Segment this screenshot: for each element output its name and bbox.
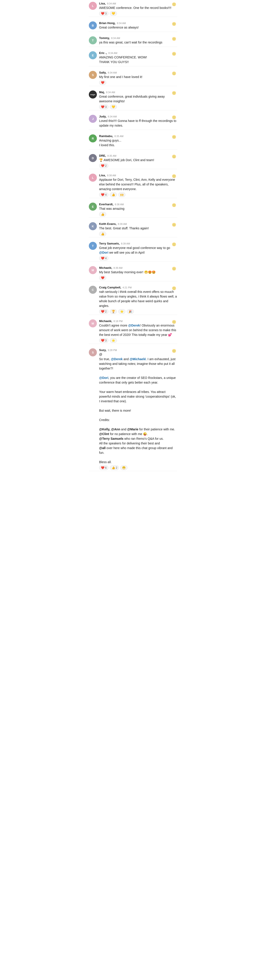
- avatar: R: [89, 134, 97, 142]
- reaction-item[interactable]: 💛: [110, 11, 117, 16]
- message-container: R Rambabu, 8:35 AM Amazing guys...I love…: [86, 133, 180, 152]
- message-content: Terry Samuels, 8:39 AM Great job everyon…: [99, 242, 177, 261]
- sender-name: Rambabu,: [99, 134, 113, 138]
- add-reaction-button[interactable]: 🙂: [171, 320, 177, 325]
- reaction-emoji: ❤️: [101, 12, 104, 15]
- add-reaction-button[interactable]: 🙂: [171, 203, 177, 208]
- reaction-item[interactable]: ❤️ 3: [99, 105, 109, 109]
- avatar: K: [89, 222, 97, 230]
- add-reaction-button[interactable]: 🙂: [171, 115, 177, 120]
- reaction-count: 2: [105, 164, 107, 167]
- add-reaction-button[interactable]: 🙂: [171, 91, 177, 95]
- reaction-item[interactable]: 😁: [120, 465, 127, 470]
- sender-name: Everhardt,: [99, 203, 113, 206]
- message-row: E Everhardt, 8:38 AM That was amazing 👍 …: [89, 203, 177, 216]
- add-reaction-button[interactable]: 🙂: [171, 266, 177, 271]
- message-container: D DRE, 8:35 AM 🏆 AWESOME job Dori, Clint…: [86, 152, 180, 172]
- reactions: ❤️: [99, 80, 177, 85]
- message-header: Michaelé, 8:18 PM: [99, 320, 177, 323]
- reaction-count: 3: [105, 339, 107, 342]
- reaction-item[interactable]: 👍: [99, 212, 106, 216]
- sender-name: Maj,: [99, 91, 105, 94]
- sender-name: Keith Evans,: [99, 222, 117, 226]
- reaction-count: 2: [116, 466, 117, 469]
- sender-name: Eric .,: [99, 51, 107, 55]
- timestamp: 8:39 AM: [118, 223, 127, 225]
- reaction-item[interactable]: ⭐: [118, 309, 125, 314]
- message-text: ya this was great, can't wait for the re…: [99, 40, 177, 45]
- sender-name: Michaelé,: [99, 320, 112, 323]
- message-content: Judy, 8:34 AM Loved this!!!! Gonna have …: [99, 115, 177, 129]
- reaction-item[interactable]: ❤️ 4: [99, 192, 109, 197]
- reactions: ❤️ 4: [99, 256, 177, 261]
- avatar: M: [89, 266, 97, 274]
- sender-name: Tommy,: [99, 36, 110, 40]
- add-reaction-button[interactable]: 🙂: [171, 71, 177, 76]
- message-container: magic Maj, 8:34 AM Great conference, gre…: [86, 89, 180, 113]
- timestamp: 8:18 PM: [114, 320, 123, 323]
- reaction-item[interactable]: ❤️ 4: [99, 256, 109, 261]
- bold-text: @Clint: [99, 432, 109, 436]
- add-reaction-button[interactable]: 🙂: [171, 2, 177, 7]
- message-header: Terry Samuels, 8:39 AM: [99, 242, 177, 245]
- divider: [89, 110, 177, 110]
- divider: [89, 32, 177, 32]
- message-header: Judy, 8:34 AM: [99, 115, 177, 118]
- reaction-item[interactable]: 🏆: [110, 309, 117, 314]
- reaction-item[interactable]: 🎉: [127, 309, 134, 314]
- add-reaction-button[interactable]: 🙂: [171, 242, 177, 247]
- avatar: T: [89, 242, 97, 250]
- reaction-emoji: 🏆: [112, 310, 115, 313]
- add-reaction-button[interactable]: 🙂: [171, 173, 177, 179]
- message-text: The best. Great stuff. Thanks again!: [99, 226, 177, 231]
- add-reaction-button[interactable]: 🙂: [171, 21, 177, 27]
- reaction-item[interactable]: 👍: [99, 232, 106, 236]
- reaction-emoji: ⭐: [120, 310, 123, 313]
- reaction-item[interactable]: ❤️ 2: [99, 309, 109, 314]
- bold-text: @Terry Samuels: [99, 437, 123, 441]
- message-text: nah seriously i think overall this event…: [99, 290, 177, 308]
- message-row: D DRE, 8:35 AM 🏆 AWESOME job Dori, Clint…: [89, 154, 177, 168]
- timestamp: 4:21 PM: [122, 286, 131, 289]
- add-reaction-button[interactable]: 🙂: [171, 286, 177, 291]
- divider: [89, 344, 177, 344]
- reaction-item[interactable]: ❤️: [99, 80, 106, 85]
- avatar: J: [89, 115, 97, 123]
- reaction-item[interactable]: ❤️ 3: [99, 11, 109, 16]
- reaction-item[interactable]: 🙌: [118, 192, 125, 197]
- sender-name: Judy,: [99, 115, 106, 118]
- reaction-item[interactable]: 👍: [110, 192, 117, 197]
- add-reaction-button[interactable]: 🙂: [171, 222, 177, 228]
- add-reaction-button[interactable]: 🙂: [171, 36, 177, 41]
- reaction-emoji: ❤️: [101, 256, 104, 260]
- reaction-item[interactable]: ❤️ 2: [99, 163, 109, 168]
- reaction-emoji: ❤️: [101, 81, 104, 84]
- message-text: That was amazing: [99, 207, 177, 211]
- message-content: Craig Campbell, 4:21 PM nah seriously i …: [99, 286, 177, 314]
- timestamp: 8:38 AM: [107, 174, 116, 177]
- message-container: T Tommy, 8:34 AM ya this was great, can'…: [86, 35, 180, 49]
- reaction-item[interactable]: 💛: [110, 105, 117, 109]
- message-header: Michaelé, 8:39 AM: [99, 266, 177, 269]
- add-reaction-button[interactable]: 🙂: [171, 134, 177, 140]
- sender-name: DRE,: [99, 154, 106, 158]
- divider: [89, 130, 177, 130]
- reaction-item[interactable]: ❤️ 6: [99, 465, 109, 470]
- reactions: ❤️ 3 💛: [99, 105, 177, 109]
- mention: @Dori: [99, 376, 109, 380]
- message-container: L Lisa, 8:38 AM Applause for Dori, Terry…: [86, 172, 180, 201]
- add-reaction-button[interactable]: 🙂: [171, 51, 177, 56]
- timestamp: 8:34 AM: [117, 22, 126, 24]
- message-content: Michaelé, 8:39 AM My best Saturday morni…: [99, 266, 177, 280]
- reaction-item[interactable]: ❤️: [99, 275, 106, 280]
- add-reaction-button[interactable]: 🙂: [171, 154, 177, 159]
- reaction-item[interactable]: ⭐: [110, 338, 117, 343]
- add-reaction-button[interactable]: 🙂: [171, 348, 177, 353]
- message-row: S Sally, 8:34 AM My first one and I have…: [89, 71, 177, 85]
- message-header: Keith Evans, 8:39 AM: [99, 222, 177, 226]
- timestamp: 8:34 AM: [108, 71, 117, 74]
- reaction-item[interactable]: 👍 2: [110, 465, 119, 470]
- message-text: My best Saturday morning ever! 😁😍🤩: [99, 270, 177, 275]
- reaction-item[interactable]: ❤️ 3: [99, 338, 109, 343]
- reaction-emoji: 👍: [112, 193, 115, 196]
